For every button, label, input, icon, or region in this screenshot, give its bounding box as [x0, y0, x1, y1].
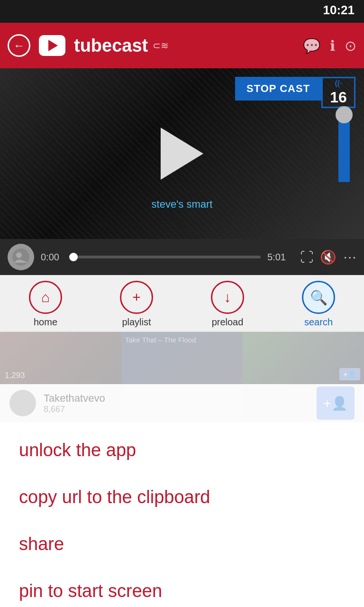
nav-home[interactable]: ⌂ home: [8, 281, 83, 328]
svg-point-1: [16, 252, 22, 258]
home-icon: ⌂: [41, 289, 50, 305]
menu-item-share[interactable]: share: [0, 521, 364, 568]
back-icon: ←: [13, 39, 25, 52]
video-player: STOP CAST ((· 16 steve's smart: [0, 68, 364, 239]
back-button[interactable]: ←: [8, 34, 30, 57]
nav-playlist[interactable]: + playlist: [99, 281, 174, 328]
video-title-bg: Take That – The Flood: [121, 332, 243, 348]
channel-avatar: [9, 390, 36, 416]
cast-number: 16: [330, 89, 347, 106]
cast-icon[interactable]: ⊙: [345, 37, 356, 54]
home-label: home: [34, 317, 57, 328]
progress-thumb[interactable]: [69, 253, 78, 261]
prev-thumbnail: [8, 244, 34, 270]
views-count: 1,293: [5, 371, 25, 380]
wifi-cast-icon: ⊂≋: [153, 40, 169, 51]
time-start: 0:00: [41, 252, 67, 263]
subscribe-icon: +👤: [323, 395, 347, 411]
cast-wifi-icon: ((·: [335, 79, 342, 88]
thumb-2: Take That – The Flood: [121, 332, 243, 384]
channel-row: Takethatvevo 8,667 +👤: [0, 384, 364, 422]
bottom-nav: ⌂ home + playlist ↓ preload 🔍 search: [0, 275, 364, 332]
subscribe-icon: +👤: [343, 370, 356, 378]
home-circle: ⌂: [29, 281, 62, 314]
app-title: tubecast ⊂≋: [74, 36, 294, 56]
play-icon: [48, 40, 58, 51]
context-menu: unlock the app copy url to the clipboard…: [0, 422, 364, 607]
volume-slider[interactable]: [338, 106, 350, 182]
progress-area: 0:00 5:01 ⛶ 🔇 ⋯: [0, 239, 364, 275]
youtube-logo[interactable]: [39, 35, 65, 56]
overflow-menu-icon[interactable]: ⋯: [343, 249, 356, 265]
nav-search[interactable]: 🔍 search: [281, 281, 356, 328]
preload-label: preload: [212, 317, 244, 328]
video-thumbs-row: 1,293 Take That – The Flood +👤: [0, 332, 364, 384]
menu-item-copy-url[interactable]: copy url to the clipboard: [0, 474, 364, 521]
header-icons: 💬 ℹ ⊙: [303, 37, 356, 54]
volume-icon[interactable]: 🔇: [320, 249, 337, 265]
menu-item-unlock[interactable]: unlock the app: [0, 427, 364, 474]
info-icon[interactable]: ℹ: [330, 37, 335, 54]
playlist-circle: +: [120, 281, 153, 314]
time: 10:21: [323, 3, 355, 17]
search-circle: 🔍: [302, 281, 335, 314]
menu-item-pin[interactable]: pin to start screen: [0, 568, 364, 607]
volume-knob[interactable]: [336, 106, 353, 123]
thumb-1: 1,293: [0, 332, 121, 384]
channel-name: Takethatvevo: [44, 392, 105, 405]
channel-subs: 8,667: [44, 405, 105, 414]
subscribe-button[interactable]: +👤: [317, 386, 355, 420]
chat-icon[interactable]: 💬: [303, 37, 320, 54]
playlist-label: playlist: [122, 317, 151, 328]
preload-circle: ↓: [211, 281, 244, 314]
thumb-3: +👤: [243, 332, 364, 384]
menu-list: unlock the app copy url to the clipboard…: [0, 422, 364, 607]
preload-icon: ↓: [224, 289, 231, 305]
time-end: 5:01: [267, 252, 293, 263]
cast-badge: ((· 16: [321, 77, 355, 108]
video-title: steve's smart: [0, 198, 364, 211]
playlist-icon: +: [132, 289, 141, 305]
stop-cast-button[interactable]: STOP CAST: [235, 77, 321, 101]
play-button[interactable]: [161, 128, 203, 180]
header: ← tubecast ⊂≋ 💬 ℹ ⊙: [0, 23, 364, 68]
search-icon: 🔍: [310, 289, 328, 306]
search-label: search: [304, 317, 333, 328]
progress-bar[interactable]: [73, 256, 261, 258]
nav-preload[interactable]: ↓ preload: [190, 281, 265, 328]
fullscreen-icon[interactable]: ⛶: [300, 249, 313, 265]
status-bar: 10:21: [0, 0, 364, 23]
subscribe-thumb-btn: +👤: [339, 368, 360, 380]
